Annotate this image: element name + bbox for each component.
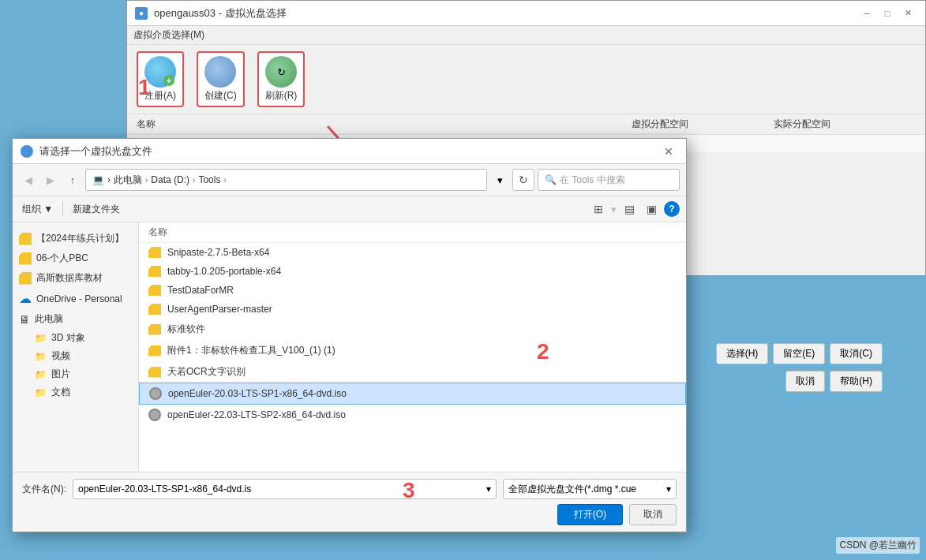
- filelist-header: 名称: [139, 222, 686, 243]
- view-sep: ▾: [611, 203, 617, 215]
- open-button[interactable]: 打开(O): [557, 504, 623, 525]
- dialog-close-button[interactable]: ✕: [659, 142, 678, 161]
- dialog-body: 【2024年练兵计划】 06-个人PBC 高斯数据库教材 ☁ OneDrive …: [13, 222, 686, 472]
- folder-icon-testdata: [148, 285, 161, 296]
- sidebar-item-pc[interactable]: 🖥 此电脑: [13, 309, 138, 329]
- create-label: 创建(C): [204, 89, 237, 103]
- new-folder-button[interactable]: 新建文件夹: [69, 201, 123, 218]
- bg-maximize-button[interactable]: □: [878, 6, 897, 21]
- filetype-value: 全部虚拟光盘文件(*.dmg *.cue: [508, 483, 636, 496]
- svg-point-2: [23, 147, 31, 155]
- file-item-euler2203[interactable]: openEuler-22.03-LTS-SP2-x86_64-dvd.iso: [139, 405, 686, 425]
- folder-3d-icon: 📁: [35, 333, 47, 344]
- folder-icon-useragent: [148, 304, 161, 315]
- view-panel-button[interactable]: ▣: [642, 200, 661, 218]
- folder-pictures-icon: 📁: [35, 369, 47, 380]
- address-chevron2: ›: [193, 176, 195, 185]
- filename-dropdown-icon: ▾: [486, 483, 491, 495]
- filename-value: openEuler-20.03-LTS-SP1-x86_64-dvd.is: [78, 483, 251, 495]
- sidebar-item-video[interactable]: 📁 视频: [13, 347, 138, 365]
- folder-icon-pbc: [19, 252, 32, 265]
- file-dialog: 请选择一个虚拟光盘文件 ✕ ◀ ▶ ↑ 💻 › 此电脑 › Data (D:) …: [12, 138, 687, 532]
- dialog-title: 请选择一个虚拟光盘文件: [39, 144, 659, 159]
- address-drive: Data (D:): [151, 174, 189, 185]
- view-grid-button[interactable]: ⊞: [589, 200, 608, 218]
- sidebar-label-video: 视频: [51, 349, 70, 363]
- address-bar[interactable]: 💻 › 此电脑 › Data (D:) › Tools ›: [85, 169, 487, 191]
- help-btn2[interactable]: 帮助(H): [830, 371, 883, 392]
- dialog-filelist[interactable]: 名称 Snipaste-2.7.5-Beta-x64 tabby-1.0.205…: [139, 222, 686, 472]
- folder-documents-icon: 📁: [35, 387, 47, 398]
- bg-menu-bar: 虚拟介质选择(M): [127, 26, 925, 45]
- action-row: 打开(O) 取消: [22, 504, 677, 525]
- address-chevron3: ›: [223, 176, 226, 185]
- help-button[interactable]: ?: [664, 201, 680, 217]
- bg-menu-item[interactable]: 虚拟介质选择(M): [133, 28, 204, 42]
- file-label-euler2003: openEuler-20.03-LTS-SP1-x86_64-dvd.iso: [168, 388, 347, 399]
- search-bar[interactable]: 🔍 在 Tools 中搜索: [538, 169, 680, 191]
- sidebar-label-gauss: 高斯数据库教材: [36, 271, 103, 285]
- folder-icon-attachment: [148, 345, 161, 357]
- nav-up-button[interactable]: ↑: [63, 170, 82, 189]
- address-chevron1: ›: [145, 176, 148, 185]
- folder-icon-snipaste: [148, 247, 161, 258]
- sidebar-label-pbc: 06-个人PBC: [36, 252, 88, 265]
- create-button[interactable]: 创建(C): [197, 51, 245, 107]
- address-dropdown-button[interactable]: ▾: [490, 169, 509, 191]
- bg-close-button[interactable]: ✕: [898, 6, 917, 21]
- file-item-testdata[interactable]: TestDataForMR: [139, 281, 686, 300]
- file-label-euler2203: openEuler-22.03-LTS-SP2-x86_64-dvd.iso: [167, 409, 346, 420]
- pc-icon: 🖥: [19, 313, 30, 326]
- cloud-icon: ☁: [19, 291, 32, 306]
- sidebar-label-2024: 【2024年练兵计划】: [36, 232, 124, 245]
- organize-button[interactable]: 组织 ▼: [19, 201, 56, 218]
- sidebar-item-2024[interactable]: 【2024年练兵计划】: [13, 229, 138, 248]
- file-item-snipaste[interactable]: Snipaste-2.7.5-Beta-x64: [139, 243, 686, 262]
- bg-toolbar: + 注册(A) 创建(C) ↻ 刷新(R): [127, 45, 925, 114]
- col-virtual-header: 虚拟分配空间: [632, 118, 774, 131]
- search-icon: 🔍: [545, 174, 557, 185]
- bg-win-controls: ─ □ ✕: [857, 6, 917, 21]
- file-label-snipaste: Snipaste-2.7.5-Beta-x64: [167, 247, 269, 258]
- bg-minimize-button[interactable]: ─: [857, 6, 876, 21]
- rp-cancel-button[interactable]: 取消(C): [830, 343, 883, 364]
- nav-back-button[interactable]: ◀: [19, 170, 38, 189]
- file-item-tabby[interactable]: tabby-1.0.205-portable-x64: [139, 262, 686, 281]
- select-button[interactable]: 选择(H): [716, 343, 769, 364]
- file-label-useragent: UserAgentParser-master: [167, 304, 272, 315]
- file-item-standard[interactable]: 标准软件: [139, 319, 686, 340]
- filename-label: 文件名(N):: [22, 483, 66, 496]
- file-label-standard: 标准软件: [167, 323, 205, 336]
- refresh-label: 刷新(R): [265, 89, 298, 103]
- rp-cancel2-button[interactable]: 取消: [785, 371, 825, 392]
- sidebar-item-pbc[interactable]: 06-个人PBC: [13, 248, 138, 268]
- file-item-euler2003[interactable]: openEuler-20.03-LTS-SP1-x86_64-dvd.iso: [139, 383, 686, 405]
- right-panel-row2: 取消 帮助(H): [716, 371, 883, 392]
- address-refresh-button[interactable]: ↻: [512, 169, 534, 191]
- sidebar-label-3d: 3D 对象: [51, 331, 85, 345]
- folder-icon-gauss: [19, 272, 32, 285]
- sidebar-item-documents[interactable]: 📁 文档: [13, 383, 138, 401]
- nav-forward-button[interactable]: ▶: [41, 170, 60, 189]
- view-detail-button[interactable]: ▤: [620, 200, 639, 218]
- address-sep: ›: [107, 174, 111, 185]
- cancel-button[interactable]: 取消: [629, 504, 677, 525]
- step2-label: 2: [537, 339, 549, 364]
- sidebar-item-onedrive[interactable]: ☁ OneDrive - Personal: [13, 288, 138, 309]
- create-icon: [204, 56, 236, 88]
- folder-icon-2024: [19, 233, 32, 245]
- dialog-sidebar: 【2024年练兵计划】 06-个人PBC 高斯数据库教材 ☁ OneDrive …: [13, 222, 139, 472]
- refresh-button[interactable]: ↻ 刷新(R): [257, 51, 306, 107]
- reserve-button[interactable]: 留空(E): [773, 343, 825, 364]
- file-item-tianruo[interactable]: 天若OCR文字识别: [139, 361, 686, 383]
- filename-input[interactable]: openEuler-20.03-LTS-SP1-x86_64-dvd.is ▾: [73, 479, 497, 499]
- right-panel: 选择(H) 留空(E) 取消(C) 取消 帮助(H): [716, 343, 883, 392]
- step1-label: 1: [138, 75, 151, 100]
- sidebar-item-pictures[interactable]: 📁 图片: [13, 365, 138, 383]
- sidebar-item-3d[interactable]: 📁 3D 对象: [13, 329, 138, 347]
- filetype-select[interactable]: 全部虚拟光盘文件(*.dmg *.cue ▾: [503, 479, 677, 499]
- file-item-attachment[interactable]: 附件1：非标软件检查工具_V100_(1) (1): [139, 340, 686, 361]
- file-item-useragent[interactable]: UserAgentParser-master: [139, 300, 686, 319]
- plus-badge: +: [163, 75, 174, 86]
- sidebar-item-gauss[interactable]: 高斯数据库教材: [13, 268, 138, 288]
